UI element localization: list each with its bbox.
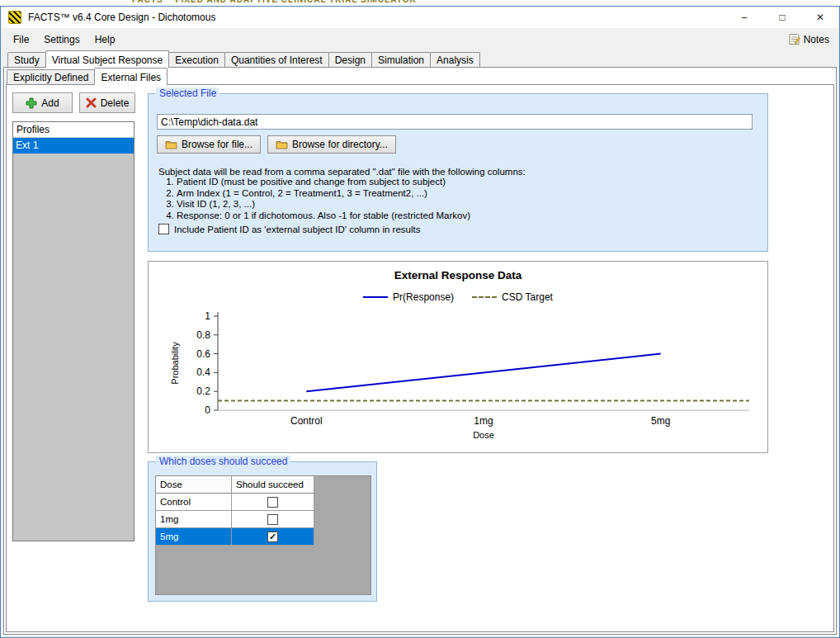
background-window-text: FACTS™ FIXED AND ADAPTIVE CLINICAL TRIAL…	[132, 0, 487, 6]
svg-text:0.8: 0.8	[196, 329, 210, 341]
should-succeed-cell[interactable]	[232, 528, 314, 546]
menubar: File Settings Help Notes	[1, 28, 839, 50]
should-succeed-checkbox[interactable]	[267, 514, 278, 525]
facts-logo-icon	[8, 11, 21, 24]
browse-file-button[interactable]: Browse for file...	[157, 135, 261, 154]
tab-quantities-of-interest[interactable]: Quantities of Interest	[224, 52, 329, 67]
menu-file[interactable]: File	[6, 31, 36, 49]
file-columns-list: Patient ID (must be positive and change …	[158, 177, 470, 221]
column-item: Response: 0 or 1 if dichotomous. Also -1…	[177, 210, 470, 222]
folder-icon	[165, 139, 177, 149]
column-item: Visit ID (1, 2, 3, ...)	[177, 199, 470, 210]
close-button[interactable]: ✕	[801, 7, 839, 28]
tab-simulation[interactable]: Simulation	[371, 52, 431, 67]
dashed-line-swatch	[472, 296, 497, 298]
svg-text:5mg: 5mg	[651, 415, 670, 427]
svg-text:1mg: 1mg	[474, 415, 493, 427]
svg-text:0.2: 0.2	[196, 385, 210, 397]
delete-button[interactable]: Delete	[79, 92, 135, 113]
dose-cell[interactable]: 5mg	[156, 528, 232, 546]
doses-group: Which doses should succeed Dose Should s…	[148, 461, 377, 602]
profile-item-ext1[interactable]: Ext 1	[13, 138, 134, 154]
titlebar: FACTS™ v6.4 Core Design - Dichotomous – …	[1, 7, 839, 28]
table-header-row: Dose Should succeed	[156, 476, 370, 494]
profiles-column-header[interactable]: Profiles	[13, 122, 134, 138]
response-chart: 00.20.40.60.81Control1mg5mgDose	[153, 308, 764, 448]
tab-study[interactable]: Study	[7, 52, 46, 67]
svg-text:0.6: 0.6	[196, 348, 210, 360]
chart-title: External Response Data	[149, 269, 767, 281]
legend-item: CSD Target	[472, 291, 553, 303]
tab-design[interactable]: Design	[328, 52, 372, 67]
tab-virtual-subject-response[interactable]: Virtual Subject Response	[45, 50, 170, 68]
svg-text:Control: Control	[290, 415, 323, 427]
folder-icon	[276, 139, 288, 149]
browse-file-label: Browse for file...	[182, 139, 252, 150]
main-tab-strip: Study Virtual Subject Response Execution…	[7, 50, 479, 68]
include-patient-id-row: Include Patient ID as 'external subject …	[158, 224, 420, 234]
table-row[interactable]: 5mg	[156, 528, 370, 546]
svg-text:Dose: Dose	[473, 430, 494, 440]
tab-external-files[interactable]: External Files	[94, 68, 168, 85]
notes-button[interactable]: Notes	[785, 31, 833, 47]
should-succeed-checkbox[interactable]	[267, 497, 278, 508]
notes-icon	[788, 33, 800, 45]
doses-table: Dose Should succeed Control 1mg 5mg	[155, 475, 371, 595]
header-dose[interactable]: Dose	[156, 476, 232, 494]
header-should-succeed[interactable]: Should succeed	[232, 476, 314, 494]
window-title: FACTS™ v6.4 Core Design - Dichotomous	[28, 12, 215, 23]
line-swatch	[363, 296, 388, 298]
selected-file-group: Selected File Browse for file... Browse …	[148, 93, 768, 252]
delete-label: Delete	[101, 97, 130, 109]
tab-execution[interactable]: Execution	[168, 52, 225, 67]
dose-cell[interactable]: 1mg	[156, 511, 232, 528]
should-succeed-cell[interactable]	[232, 511, 314, 528]
tab-explicitly-defined[interactable]: Explicitly Defined	[7, 69, 95, 84]
minimize-button[interactable]: –	[725, 7, 763, 28]
menu-help[interactable]: Help	[87, 31, 123, 49]
file-path-input[interactable]	[157, 114, 753, 130]
svg-text:0.4: 0.4	[196, 366, 210, 378]
doses-group-label: Which doses should succeed	[156, 456, 290, 467]
legend-label: Pr(Response)	[393, 291, 454, 303]
menu-settings[interactable]: Settings	[36, 31, 87, 49]
external-files-page: Add Delete Profiles Ext 1 Selected File	[6, 84, 834, 632]
chart-legend: Pr(Response)CSD Target	[149, 291, 767, 303]
sub-tab-strip: Explicitly Defined External Files	[7, 69, 167, 85]
window-controls: – □ ✕	[725, 7, 839, 28]
legend-label: CSD Target	[502, 291, 553, 303]
column-item: Arm Index (1 = Control, 2 = Treatment1, …	[177, 188, 470, 200]
legend-item: Pr(Response)	[363, 291, 454, 303]
dose-cell[interactable]: Control	[156, 494, 232, 511]
column-item: Patient ID (must be positive and change …	[177, 177, 470, 188]
include-patient-id-checkbox[interactable]	[158, 224, 169, 234]
add-label: Add	[41, 97, 59, 109]
profiles-list-body[interactable]	[13, 154, 134, 541]
tab-analysis[interactable]: Analysis	[430, 52, 480, 67]
maximize-button[interactable]: □	[763, 7, 801, 28]
profiles-list: Profiles Ext 1	[12, 121, 134, 541]
svg-text:1: 1	[205, 310, 210, 322]
add-button[interactable]: Add	[12, 92, 73, 113]
app-window: FACTS™ v6.4 Core Design - Dichotomous – …	[0, 6, 840, 638]
chart-panel: External Response Data Pr(Response)CSD T…	[148, 261, 768, 453]
table-row[interactable]: Control	[156, 494, 370, 511]
svg-text:0: 0	[205, 404, 210, 416]
selected-file-group-label: Selected File	[156, 87, 219, 99]
delete-x-icon	[86, 97, 97, 108]
file-format-description: Subject data will be read from a comma s…	[158, 167, 526, 177]
browse-directory-button[interactable]: Browse for directory...	[267, 135, 396, 154]
table-row[interactable]: 1mg	[156, 511, 370, 528]
plus-icon	[26, 97, 37, 109]
notes-label: Notes	[804, 34, 829, 45]
should-succeed-cell[interactable]	[232, 494, 314, 511]
browse-directory-label: Browse for directory...	[292, 139, 388, 150]
include-patient-id-label: Include Patient ID as 'external subject …	[174, 224, 420, 234]
should-succeed-checkbox[interactable]	[267, 532, 278, 542]
